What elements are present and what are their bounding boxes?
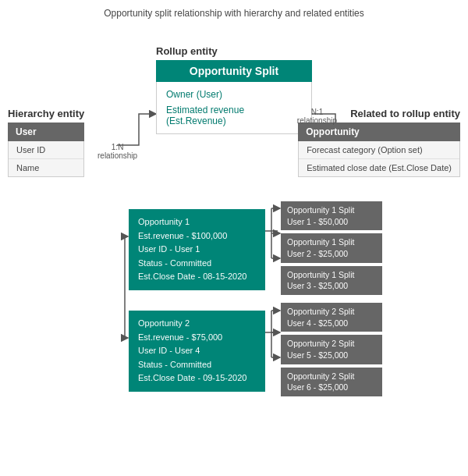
- opp-2-line-3: User ID - User 4: [138, 344, 256, 358]
- split-1-3: Opportunity 1 Split User 3 - $25,000: [281, 266, 382, 295]
- opp-1-line-1: Opportunity 1: [138, 215, 256, 229]
- opp-1-box: Opportunity 1 Est.revenue - $100,000 Use…: [129, 209, 265, 290]
- opportunity-2-card: Opportunity 2 Est.revenue - $75,000 User…: [129, 311, 265, 392]
- hierarchy-label: Hierarchy entity: [8, 108, 84, 119]
- opp-2-line-4: Status - Committed: [138, 358, 256, 372]
- rel-1n-label: 1:N relationship: [98, 143, 137, 160]
- hierarchy-field-1: User ID: [9, 141, 83, 159]
- hierarchy-block: Hierarchy entity User User ID Name: [8, 108, 84, 177]
- related-entity-header: Opportunity: [298, 123, 460, 141]
- rollup-fields: Owner (User) Estimated revenue (Est.Reve…: [156, 82, 312, 134]
- hierarchy-entity-header: User: [8, 123, 84, 141]
- rel-n1-label: N:1 relationship: [297, 108, 337, 125]
- top-diagram: Rollup entity Opportunity Split Owner (U…: [8, 30, 460, 201]
- opp-1-line-5: Est.Close Date - 08-15-2020: [138, 270, 256, 284]
- split-1-1: Opportunity 1 Split User 1 - $50,000: [281, 201, 382, 230]
- split-2-1: Opportunity 2 Split User 4 - $25,000: [281, 303, 382, 332]
- opp-2-line-2: Est.revenue - $75,000: [138, 331, 256, 345]
- split-1-2: Opportunity 1 Split User 2 - $25,000: [281, 233, 382, 262]
- bottom-diagram: Opportunity 1 Est.revenue - $100,000 Use…: [8, 201, 460, 412]
- opp-2-line-5: Est.Close Date - 09-15-2020: [138, 371, 256, 385]
- rollup-box: Opportunity Split: [156, 60, 312, 82]
- hierarchy-field-2: Name: [9, 159, 83, 176]
- rollup-entity: Rollup entity Opportunity Split Owner (U…: [156, 45, 312, 134]
- related-entity-fields: Forecast category (Option set) Estimated…: [298, 141, 460, 177]
- opp-1-line-3: User ID - User 1: [138, 243, 256, 257]
- opp-2-line-1: Opportunity 2: [138, 317, 256, 331]
- rollup-field-1: Owner (User): [166, 87, 302, 102]
- opp-2-box: Opportunity 2 Est.revenue - $75,000 User…: [129, 311, 265, 392]
- splits-group-2: Opportunity 2 Split User 4 - $25,000 Opp…: [281, 303, 382, 396]
- splits-group-1: Opportunity 1 Split User 1 - $50,000 Opp…: [281, 201, 382, 295]
- opp-1-line-2: Est.revenue - $100,000: [138, 229, 256, 243]
- opportunity-1-card: Opportunity 1 Est.revenue - $100,000 Use…: [129, 209, 265, 290]
- split-2-2: Opportunity 2 Split User 5 - $25,000: [281, 335, 382, 364]
- rollup-label: Rollup entity: [156, 45, 312, 57]
- hierarchy-entity-fields: User ID Name: [8, 141, 84, 177]
- related-field-2: Estimated close date (Est.Close Date): [299, 159, 459, 176]
- split-2-3: Opportunity 2 Split User 6 - $25,000: [281, 368, 382, 396]
- opp-1-line-4: Status - Committed: [138, 257, 256, 271]
- rollup-field-2: Estimated revenue (Est.Revenue): [166, 102, 302, 129]
- related-field-1: Forecast category (Option set): [299, 141, 459, 159]
- page-title: Opportunity split relationship with hier…: [8, 8, 460, 19]
